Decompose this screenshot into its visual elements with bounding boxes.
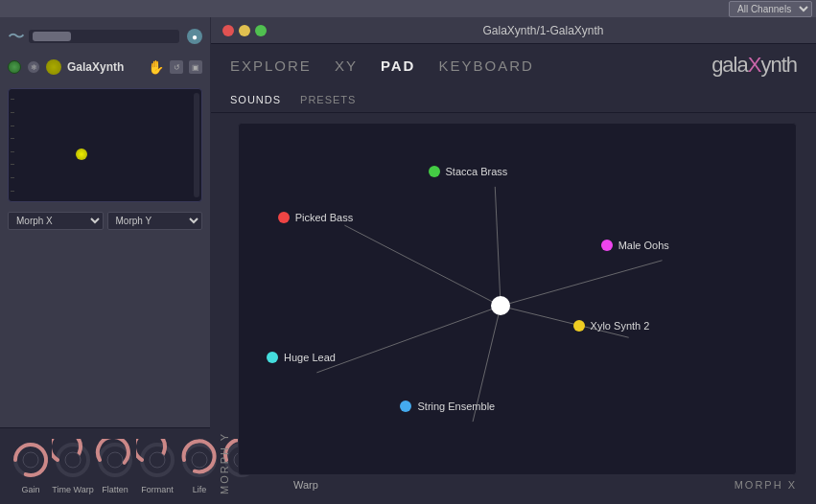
connection-lines-svg	[239, 124, 796, 474]
xy-mini-pad[interactable]	[8, 88, 202, 202]
nav-pad[interactable]: PAD	[381, 57, 416, 74]
knob-life-label: Life	[193, 485, 207, 494]
wave-icon-area: 〜 ●	[8, 25, 202, 48]
svg-line-23	[501, 261, 662, 307]
knob-timewarp[interactable]	[52, 439, 94, 481]
device-hand-icon: ✋	[148, 59, 164, 75]
left-sidebar: 〜 ● ❄ GalaXynth ✋ ↺ ▣	[0, 17, 211, 504]
xy-dropdowns: Morph X Morph Y	[8, 212, 202, 230]
knob-bar: Gain Time Warp	[0, 427, 210, 504]
window-title: GalaXynth/1-GalaXynth	[282, 24, 804, 37]
xy-pad-container: Stacca Brass Picked Bass Male Oohs Huge …	[238, 123, 797, 494]
male-oohs-dot	[601, 240, 613, 251]
close-button[interactable]	[222, 25, 234, 36]
center-dot[interactable]	[491, 296, 510, 315]
title-bar: GalaXynth/1-GalaXynth	[211, 17, 816, 44]
knob-item-formant: Formant	[136, 439, 178, 494]
picked-bass-label: Picked Bass	[295, 212, 354, 223]
string-ensemble-label: String Ensemble	[417, 401, 495, 412]
device-icon-btn-1[interactable]: ↺	[170, 60, 183, 74]
sound-node-male-oohs[interactable]: Male Oohs	[601, 240, 669, 251]
device-name-label: GalaXynth	[67, 60, 142, 74]
sidebar-spacer	[0, 238, 210, 427]
maximize-button[interactable]	[255, 25, 267, 36]
svg-line-24	[316, 306, 501, 373]
svg-point-7	[150, 452, 165, 468]
knob-item-flatten: Flatten	[94, 439, 136, 494]
knob-flatten-label: Flatten	[102, 485, 128, 494]
scroll-thumb	[33, 32, 71, 41]
knob-item-gain: Gain	[10, 439, 52, 494]
string-ensemble-dot	[400, 401, 411, 412]
device-power-button[interactable]	[8, 60, 21, 74]
sound-node-xylo-synth-2[interactable]: Xylo Synth 2	[573, 320, 650, 332]
tick-marks	[9, 89, 16, 201]
nav-keyboard[interactable]: KEYBOARD	[438, 57, 533, 74]
knob-gain[interactable]	[10, 439, 52, 481]
sound-node-huge-lead[interactable]: Huge Lead	[267, 352, 336, 363]
svg-point-5	[107, 452, 123, 468]
male-oohs-label: Male Oohs	[618, 240, 669, 251]
xy-mini-scrollbar[interactable]	[194, 93, 199, 197]
main-content: GalaXynth/1-GalaXynth EXPLORE XY PAD KEY…	[211, 17, 816, 504]
nav-logo: galaXynth	[711, 53, 797, 78]
svg-point-1	[23, 452, 38, 468]
knob-gain-label: Gain	[21, 485, 39, 494]
sidebar-top: 〜 ● ❄ GalaXynth ✋ ↺ ▣	[0, 17, 210, 238]
knob-item-timewarp: Time Warp	[52, 439, 94, 494]
svg-point-9	[192, 452, 207, 468]
sub-nav: SOUNDS PRESETS	[211, 86, 816, 113]
device-freeze-button[interactable]: ❄	[27, 60, 40, 74]
nav-xy[interactable]: XY	[335, 57, 358, 74]
svg-point-3	[65, 452, 81, 468]
device-icon-btn-2[interactable]: ▣	[189, 60, 202, 74]
xylo-synth-2-label: Xylo Synth 2	[591, 320, 650, 332]
minimize-button[interactable]	[239, 25, 250, 36]
svg-line-22	[344, 225, 501, 306]
nav-bar: EXPLORE XY PAD KEYBOARD galaXynth	[211, 44, 816, 86]
warp-label: Warp	[293, 479, 318, 491]
svg-line-21	[495, 187, 501, 306]
scroll-track[interactable]	[29, 30, 179, 43]
morph-x-label: MORPH X	[238, 475, 797, 494]
morph-y-dropdown[interactable]: Morph Y	[107, 212, 203, 230]
knob-flatten[interactable]	[94, 439, 136, 481]
channel-select[interactable]: All Channels Channel 1 Channel 2	[729, 1, 812, 17]
knob-formant[interactable]	[136, 439, 178, 481]
sub-nav-presets[interactable]: PRESETS	[300, 94, 356, 105]
morph-y-label: MORPH Y	[211, 123, 238, 494]
logo-x: X	[748, 53, 761, 77]
sub-nav-sounds[interactable]: SOUNDS	[230, 94, 281, 105]
device-logo	[46, 59, 61, 75]
huge-lead-label: Huge Lead	[284, 352, 336, 363]
traffic-lights	[222, 25, 267, 36]
morph-x-dropdown[interactable]: Morph X	[8, 212, 104, 230]
stacca-brass-label: Stacca Brass	[446, 166, 508, 177]
wave-icon: 〜	[8, 25, 25, 48]
stacca-brass-dot	[429, 166, 440, 177]
sound-node-picked-bass[interactable]: Picked Bass	[278, 212, 354, 223]
picked-bass-dot	[278, 212, 290, 223]
xy-pad[interactable]: Stacca Brass Picked Bass Male Oohs Huge …	[238, 123, 797, 475]
knob-formant-label: Formant	[141, 485, 174, 494]
device-header: ❄ GalaXynth ✋ ↺ ▣	[8, 56, 202, 79]
xylo-synth-2-dot	[573, 320, 585, 332]
monitor-icon[interactable]: ●	[187, 29, 202, 44]
huge-lead-dot	[267, 352, 278, 363]
sound-node-string-ensemble[interactable]: String Ensemble	[400, 401, 495, 412]
knob-timewarp-label: Time Warp	[52, 485, 93, 494]
xy-mini-dot	[76, 149, 87, 160]
nav-explore[interactable]: EXPLORE	[230, 57, 312, 74]
xy-pad-area: MORPH Y	[211, 113, 816, 504]
channel-bar: All Channels Channel 1 Channel 2	[0, 0, 816, 17]
sound-node-stacca-brass[interactable]: Stacca Brass	[429, 166, 508, 177]
